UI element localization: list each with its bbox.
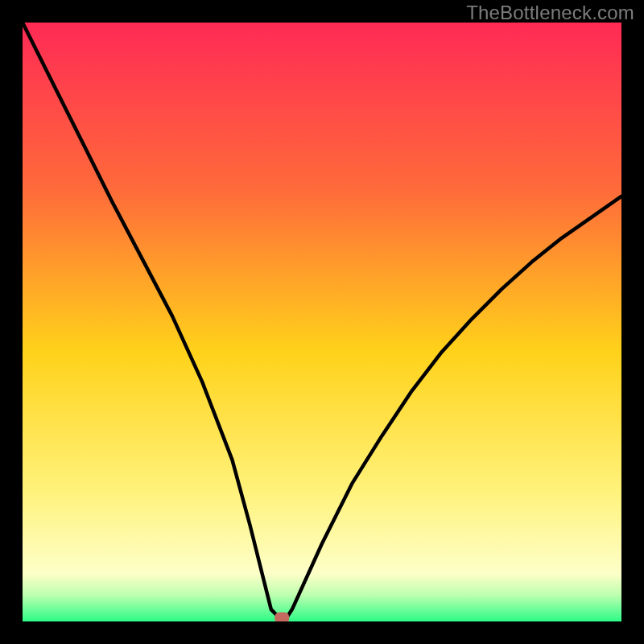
watermark-text: TheBottleneck.com (466, 2, 634, 24)
bottleneck-chart (0, 0, 644, 644)
plot-background (23, 23, 621, 621)
